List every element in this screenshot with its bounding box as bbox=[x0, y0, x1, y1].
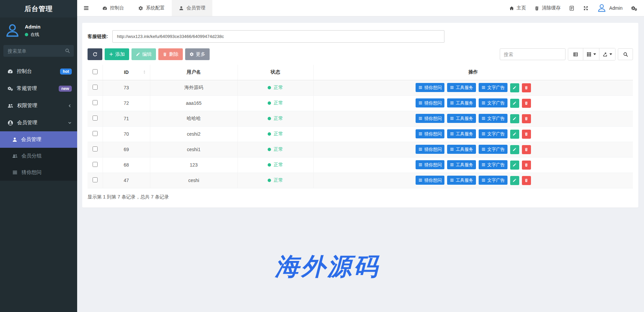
tab-system-config[interactable]: 系统配置 bbox=[131, 0, 172, 16]
tool-service-button[interactable]: 工具服务 bbox=[447, 83, 476, 92]
sidebar-subitem-label: 猜你想问 bbox=[21, 169, 42, 176]
tool-service-button[interactable]: 工具服务 bbox=[447, 176, 476, 185]
document-button[interactable] bbox=[569, 5, 575, 11]
tool-service-button[interactable]: 工具服务 bbox=[447, 114, 476, 123]
guess-ask-button[interactable]: 猜你想问 bbox=[416, 145, 444, 154]
toggle-view-button[interactable] bbox=[568, 48, 583, 60]
tool-service-button[interactable]: 工具服务 bbox=[447, 145, 476, 154]
row-edit-button[interactable] bbox=[510, 83, 519, 92]
row-checkbox[interactable] bbox=[93, 85, 98, 90]
user-name: Admin bbox=[25, 24, 41, 30]
table-search-input[interactable] bbox=[500, 48, 566, 60]
text-ad-button[interactable]: 文字广告 bbox=[479, 160, 507, 169]
text-ad-button[interactable]: 文字广告 bbox=[479, 114, 507, 123]
action-label: 工具服务 bbox=[456, 177, 473, 183]
refresh-button[interactable] bbox=[88, 48, 102, 60]
sidebar-item-permissions[interactable]: 权限管理 bbox=[0, 97, 77, 114]
delete-button[interactable]: 删除 bbox=[158, 48, 183, 60]
view-button-group bbox=[568, 48, 615, 60]
text-ad-button[interactable]: 文字广告 bbox=[479, 98, 507, 107]
row-checkbox[interactable] bbox=[93, 146, 98, 151]
hot-badge: hot bbox=[60, 69, 72, 75]
sidebar-subitem-guess-ask[interactable]: 猜你想问 bbox=[0, 164, 77, 181]
sidebar-item-dashboard[interactable]: 控制台 hot bbox=[0, 63, 77, 80]
text-ad-button[interactable]: 文字广告 bbox=[479, 129, 507, 138]
pagination-info: 显示第 1 到第 7 条记录，总共 7 条记录 bbox=[88, 194, 633, 200]
row-checkbox[interactable] bbox=[93, 177, 98, 182]
sidebar-item-members[interactable]: 会员管理 bbox=[0, 114, 77, 131]
select-all-checkbox[interactable] bbox=[93, 69, 98, 74]
column-header-id[interactable]: ID bbox=[103, 65, 150, 80]
menu-search-input[interactable] bbox=[3, 45, 74, 57]
trash-icon bbox=[524, 117, 528, 121]
clear-cache-link[interactable]: 清除缓存 bbox=[534, 5, 560, 11]
guess-ask-button[interactable]: 猜你想问 bbox=[416, 114, 444, 123]
edit-button[interactable]: 编辑 bbox=[131, 48, 156, 60]
guess-ask-button[interactable]: 猜你想问 bbox=[416, 83, 444, 92]
action-label: 猜你想问 bbox=[424, 85, 442, 91]
add-button[interactable]: 添加 bbox=[105, 48, 129, 60]
row-edit-button[interactable] bbox=[510, 99, 519, 108]
sidebar-subitem-member-groups[interactable]: 会员分组 bbox=[0, 148, 77, 164]
row-checkbox[interactable] bbox=[93, 162, 98, 167]
row-delete-button[interactable] bbox=[522, 83, 531, 92]
user-status-label: 在线 bbox=[31, 32, 39, 38]
tab-member-manage[interactable]: 会员管理 bbox=[172, 0, 212, 16]
fullscreen-button[interactable] bbox=[583, 5, 589, 11]
sidebar-subitem-member-manage[interactable]: 会员管理 bbox=[0, 131, 77, 148]
guess-ask-button[interactable]: 猜你想问 bbox=[416, 160, 444, 169]
status-badge: 正常 bbox=[268, 162, 283, 168]
add-label: 添加 bbox=[115, 51, 125, 57]
guess-ask-button[interactable]: 猜你想问 bbox=[416, 176, 444, 185]
column-header-status: 状态 bbox=[237, 65, 313, 80]
sort-icon[interactable] bbox=[142, 70, 147, 74]
tool-service-button[interactable]: 工具服务 bbox=[447, 160, 476, 169]
row-checkbox[interactable] bbox=[93, 131, 98, 136]
columns-button[interactable] bbox=[583, 48, 599, 60]
row-delete-button[interactable] bbox=[522, 114, 531, 123]
sidebar-item-general[interactable]: 常规管理 new bbox=[0, 80, 77, 97]
row-edit-button[interactable] bbox=[510, 130, 519, 139]
text-ad-button[interactable]: 文字广告 bbox=[479, 176, 507, 185]
row-checkbox[interactable] bbox=[93, 100, 98, 105]
row-edit-button[interactable] bbox=[510, 145, 519, 154]
status-dot-icon bbox=[268, 117, 271, 120]
row-edit-button[interactable] bbox=[510, 114, 519, 123]
table-search-button[interactable] bbox=[618, 48, 633, 60]
guess-ask-button[interactable]: 猜你想问 bbox=[416, 129, 444, 138]
service-link-input[interactable] bbox=[112, 30, 444, 43]
status-badge: 正常 bbox=[268, 100, 283, 106]
home-label: 主页 bbox=[517, 5, 526, 11]
row-delete-button[interactable] bbox=[522, 176, 531, 185]
row-delete-button[interactable] bbox=[522, 99, 531, 108]
row-delete-button[interactable] bbox=[522, 130, 531, 139]
tool-service-button[interactable]: 工具服务 bbox=[447, 98, 476, 107]
user-menu[interactable]: Admin bbox=[597, 3, 623, 13]
home-link[interactable]: 主页 bbox=[509, 5, 526, 11]
row-checkbox[interactable] bbox=[93, 116, 98, 121]
tool-service-button[interactable]: 工具服务 bbox=[447, 129, 476, 138]
tab-dashboard[interactable]: 控制台 bbox=[95, 0, 131, 16]
settings-button[interactable] bbox=[631, 5, 637, 11]
cell-actions: 猜你想问 工具服务 文字广告 bbox=[313, 95, 633, 111]
more-button[interactable]: 更多 bbox=[185, 48, 210, 60]
export-button[interactable] bbox=[599, 48, 615, 60]
sidebar-item-label: 常规管理 bbox=[17, 85, 37, 92]
row-delete-button[interactable] bbox=[522, 145, 531, 154]
text-ad-button[interactable]: 文字广告 bbox=[479, 145, 507, 154]
row-delete-button[interactable] bbox=[522, 161, 531, 170]
guess-ask-button[interactable]: 猜你想问 bbox=[416, 98, 444, 107]
table-row: 73 海外源码 正常 猜你想问 工具服务 文字广告 bbox=[88, 80, 633, 95]
row-edit-button[interactable] bbox=[510, 176, 519, 185]
action-label: 文字广告 bbox=[487, 131, 505, 137]
list-icon bbox=[481, 116, 486, 121]
table-header-row: ID 用户名 状态 操作 bbox=[88, 65, 633, 80]
member-table-card: 客服链接: 添加 编辑 删除 bbox=[82, 23, 638, 208]
row-edit-button[interactable] bbox=[510, 161, 519, 170]
cell-actions: 猜你想问 工具服务 文字广告 bbox=[313, 126, 633, 142]
sidebar-toggle-button[interactable] bbox=[77, 0, 95, 16]
users-icon bbox=[12, 153, 18, 159]
cell-id: 73 bbox=[103, 80, 150, 95]
text-ad-button[interactable]: 文字广告 bbox=[479, 83, 507, 92]
action-label: 文字广告 bbox=[487, 177, 505, 183]
